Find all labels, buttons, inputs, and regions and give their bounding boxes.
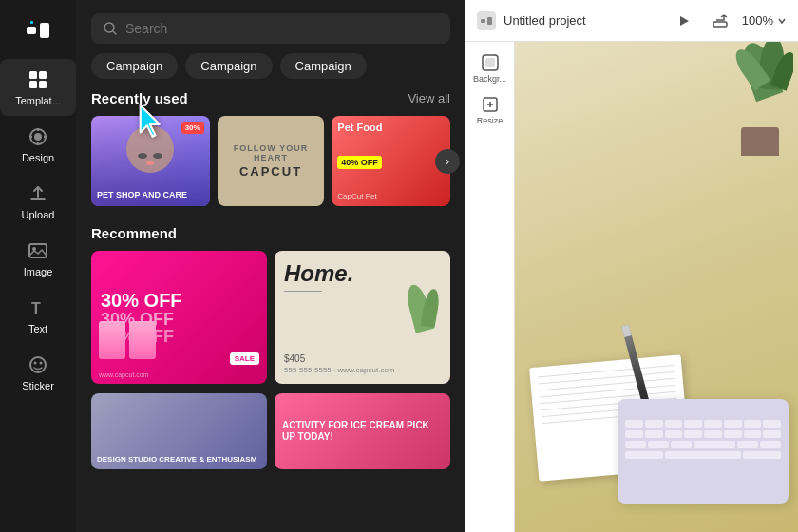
next-arrow[interactable]: › (435, 149, 460, 174)
resize-icon (481, 95, 500, 114)
recommend-grid: 30% OFF 30% OFF 30% OFF SALE www.capcut.… (91, 251, 450, 384)
search-bar[interactable] (91, 13, 450, 44)
svg-marker-26 (680, 16, 689, 26)
play-button[interactable] (670, 7, 698, 35)
sidebar-item-design[interactable]: Design (0, 116, 76, 173)
pet-food-label: Pet Food (337, 122, 445, 133)
svg-point-19 (34, 362, 37, 365)
category-tab-2[interactable]: Campaign (280, 53, 367, 79)
svg-text:T: T (31, 300, 41, 316)
canvas-main[interactable]: // This will be rendered via pure CSS st… (515, 42, 798, 532)
sale-main-text: 30% OFF (101, 290, 257, 311)
recently-used-header: Recently used View all (91, 90, 450, 106)
plant-decoration (670, 42, 793, 156)
grid-icon (27, 68, 49, 91)
svg-point-18 (30, 357, 46, 372)
text-icon: T (27, 296, 49, 319)
background-tool[interactable]: Backgr... (471, 49, 509, 87)
canvas-toolbar: Untitled project 100% (466, 0, 798, 42)
template-card-capcut[interactable]: FOLLOW YOUR HEART CAPCUT (218, 116, 325, 206)
rec-card-people[interactable]: DESIGN STUDIO CREATIVE & ENTHUSIASM (91, 393, 267, 469)
search-icon (103, 21, 118, 36)
chevron-down-icon (777, 16, 787, 26)
upload-icon (27, 182, 49, 205)
svg-rect-6 (29, 81, 37, 88)
svg-point-9 (34, 133, 42, 141)
canvas-logo-icon (477, 11, 496, 30)
home-price: $405 (284, 353, 441, 364)
home-contact: 555-555-5555 · www.capcut.com (284, 366, 441, 374)
recently-used-grid: 30% PET SHOP AND CARE FOLLOW YOUR HEART … (91, 116, 450, 206)
share-button[interactable] (706, 7, 734, 35)
recommend-title: Recommend (91, 225, 177, 241)
home-plant-decoration (386, 279, 443, 346)
svg-rect-0 (21, 13, 55, 48)
resize-tool[interactable]: Resize (471, 91, 509, 129)
sidebar-item-sticker[interactable]: Sticker (0, 344, 76, 401)
recently-used-title: Recently used (91, 90, 188, 106)
pet-shop-label: PET SHOP AND CARE (97, 190, 187, 200)
svg-rect-24 (481, 19, 485, 23)
rec-card-home[interactable]: Home. $405 555-555-5555 · www.capcut.com (275, 251, 450, 384)
side-tools: Backgr... Resize (466, 42, 515, 532)
svg-point-20 (40, 362, 43, 365)
sidebar-item-templates[interactable]: Templat... (0, 59, 76, 116)
sidebar-item-text-label: Text (28, 323, 48, 334)
canvas-area: Untitled project 100% (466, 0, 798, 532)
sidebar-item-text[interactable]: T Text (0, 287, 76, 344)
rec-card-sale[interactable]: 30% OFF 30% OFF 30% OFF SALE www.capcut.… (91, 251, 267, 384)
sidebar-item-sticker-label: Sticker (22, 380, 54, 391)
sidebar-item-design-label: Design (22, 152, 54, 163)
resize-tool-label: Resize (477, 116, 504, 125)
capcut-label: FOLLOW YOUR HEART CAPCUT (218, 143, 325, 179)
canvas-photo: // This will be rendered via pure CSS st… (515, 42, 798, 532)
view-all-button[interactable]: View all (408, 91, 450, 105)
sidebar-item-templates-label: Templat... (15, 95, 61, 106)
sidebar-item-image[interactable]: Image (0, 230, 76, 287)
zoom-control[interactable]: 100% (742, 13, 787, 28)
sidebar-item-upload[interactable]: Upload (0, 173, 76, 230)
sale-badge: SALE (230, 352, 259, 365)
sidebar-item-image-label: Image (24, 266, 53, 277)
svg-rect-14 (30, 198, 46, 200)
search-input[interactable] (125, 21, 439, 36)
app-logo (17, 10, 59, 51)
design-icon (27, 125, 49, 148)
category-tabs: Campaign Campaign Campaign (76, 53, 466, 90)
category-tab-0[interactable]: Campaign (91, 53, 178, 79)
home-bottom: $405 555-555-5555 · www.capcut.com (284, 353, 441, 374)
background-tool-label: Backgr... (473, 74, 506, 84)
svg-rect-7 (39, 81, 47, 88)
people-label: DESIGN STUDIO CREATIVE & ENTHUSIASM (97, 455, 256, 464)
capcut-brand: CAPCUT (218, 164, 325, 179)
svg-rect-25 (487, 17, 492, 25)
bottom-cards: DESIGN STUDIO CREATIVE & ENTHUSIASM ACTI… (91, 393, 450, 469)
svg-rect-4 (29, 71, 37, 79)
keyboard-decoration: // This will be rendered via pure CSS st… (618, 399, 788, 504)
template-panel: Campaign Campaign Campaign Recently used… (76, 0, 466, 532)
home-divider (284, 291, 322, 292)
svg-rect-27 (713, 22, 727, 27)
sticker-icon (27, 353, 49, 376)
svg-line-23 (113, 31, 116, 34)
template-card-pet-food[interactable]: Pet Food 40% OFF CapCut Pet (332, 116, 450, 206)
rec-card-icecream[interactable]: ACTIVITY FOR ICE CREAM PICK UP TODAY! (275, 393, 450, 469)
svg-rect-1 (27, 27, 36, 34)
canvas-content: Backgr... Resize (466, 42, 798, 532)
category-tab-1[interactable]: Campaign (185, 53, 272, 79)
background-icon (481, 53, 500, 72)
image-icon (27, 239, 49, 262)
pet-food-footer: CapCut Pet (337, 192, 445, 200)
sidebar-item-upload-label: Upload (22, 209, 55, 220)
sale-url: www.capcut.com (99, 371, 149, 378)
panel-scroll[interactable]: Recently used View all 30% PET SHOP AND … (76, 90, 466, 532)
recommend-header: Recommend (91, 225, 450, 241)
svg-rect-2 (40, 23, 49, 38)
template-card-pet-shop[interactable]: 30% PET SHOP AND CARE (91, 116, 210, 206)
pet-shop-badge: 30% (181, 122, 204, 134)
canvas-title: Untitled project (504, 13, 662, 28)
svg-rect-15 (29, 244, 47, 257)
zoom-value: 100% (742, 13, 773, 28)
svg-rect-3 (30, 21, 33, 24)
icecream-label: ACTIVITY FOR ICE CREAM PICK UP TODAY! (282, 420, 443, 443)
